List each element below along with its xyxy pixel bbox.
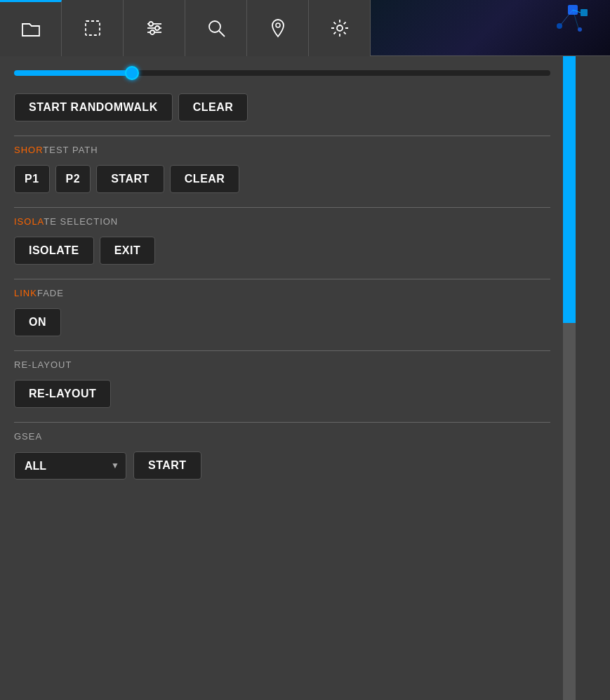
graph-preview [371, 0, 610, 55]
clear-shortest-path-button[interactable]: CLEAR [170, 165, 240, 193]
slider-fill [14, 70, 132, 76]
toolbar-btn-folder[interactable] [0, 0, 62, 56]
p2-button[interactable]: P2 [55, 165, 91, 193]
linkfade-on-button[interactable]: ON [14, 308, 61, 336]
slider-thumb[interactable] [125, 66, 139, 80]
shortest-path-section: SHORTEST PATH P1 P2 START CLEAR [0, 136, 576, 207]
main-panel: START RANDOMWALK CLEAR SHORTEST PATH P1 … [0, 56, 610, 700]
gsea-row: ALL Option 1 Option 2 ▼ START [14, 451, 550, 480]
node-visualization [540, 4, 596, 49]
selection-icon [81, 17, 104, 39]
slider-section [0, 56, 576, 86]
toolbar-btn-selection[interactable] [62, 0, 124, 56]
folder-icon [20, 18, 42, 41]
exit-button[interactable]: EXIT [100, 237, 156, 265]
toolbar-btn-sliders[interactable] [124, 0, 185, 56]
shortest-path-label: SHORTEST PATH [14, 145, 550, 155]
toolbar-btn-location[interactable] [247, 0, 309, 56]
isolate-selection-section: ISOLATE SELECTION ISOLATE EXIT [0, 208, 576, 279]
svg-line-14 [561, 10, 573, 25]
settings-icon [329, 17, 351, 39]
toolbar-btn-settings[interactable] [309, 0, 371, 56]
svg-point-10 [337, 25, 343, 31]
gsea-select-wrapper: ALL Option 1 Option 2 ▼ [14, 452, 126, 480]
p1-button[interactable]: P1 [14, 165, 50, 193]
sidebar: START RANDOMWALK CLEAR SHORTEST PATH P1 … [0, 56, 576, 700]
randomwalk-section: START RANDOMWALK CLEAR [0, 86, 576, 136]
relayout-label: RE-LAYOUT [14, 359, 550, 370]
linkfade-btn-group: ON [14, 308, 550, 336]
svg-point-4 [149, 22, 153, 26]
linkfade-section: LINKFADE ON [0, 279, 576, 350]
linkfade-label: LINKFADE [14, 288, 550, 298]
start-shortest-path-button[interactable]: START [96, 165, 164, 193]
scrollbar-thumb[interactable] [563, 56, 576, 323]
gsea-section: GSEA ALL Option 1 Option 2 ▼ START [0, 423, 576, 494]
shortest-path-btn-group: P1 P2 START CLEAR [14, 165, 550, 193]
relayout-btn-group: RE-LAYOUT [14, 380, 550, 408]
gsea-start-button[interactable]: START [133, 451, 201, 480]
linkfade-label-highlight: LINK [14, 288, 37, 298]
clear-randomwalk-button[interactable]: CLEAR [178, 93, 248, 121]
svg-point-7 [209, 21, 220, 32]
isolate-btn-group: ISOLATE EXIT [14, 237, 550, 265]
svg-rect-0 [86, 21, 100, 35]
search-icon [205, 17, 227, 39]
toolbar-btn-search[interactable] [185, 0, 247, 56]
scrollbar-track[interactable] [563, 56, 576, 700]
shortest-path-label-highlight: SHOR [14, 145, 43, 155]
svg-point-15 [557, 23, 562, 29]
isolate-selection-label-highlight: ISOLA [14, 216, 44, 227]
sliders-icon [143, 17, 166, 39]
relayout-section: RE-LAYOUT RE-LAYOUT [0, 351, 576, 422]
slider-track[interactable] [14, 70, 550, 76]
gsea-select[interactable]: ALL Option 1 Option 2 [14, 452, 126, 480]
svg-point-5 [155, 26, 159, 30]
svg-point-6 [150, 30, 154, 34]
randomwalk-btn-group: START RANDOMWALK CLEAR [14, 93, 550, 121]
relayout-button[interactable]: RE-LAYOUT [14, 380, 111, 408]
start-randomwalk-button[interactable]: START RANDOMWALK [14, 93, 173, 121]
isolate-selection-label: ISOLATE SELECTION [14, 216, 550, 227]
svg-rect-12 [581, 9, 588, 16]
location-icon [267, 17, 289, 39]
svg-line-8 [219, 31, 225, 37]
isolate-selection-label-rest: TE SELECTION [44, 216, 118, 227]
toolbar [0, 0, 610, 56]
svg-point-9 [276, 23, 280, 27]
linkfade-label-rest: FADE [37, 288, 64, 298]
gsea-label: GSEA [14, 431, 550, 442]
shortest-path-label-rest: TEST PATH [43, 145, 98, 155]
isolate-button[interactable]: ISOLATE [14, 237, 94, 265]
svg-point-17 [578, 27, 582, 32]
